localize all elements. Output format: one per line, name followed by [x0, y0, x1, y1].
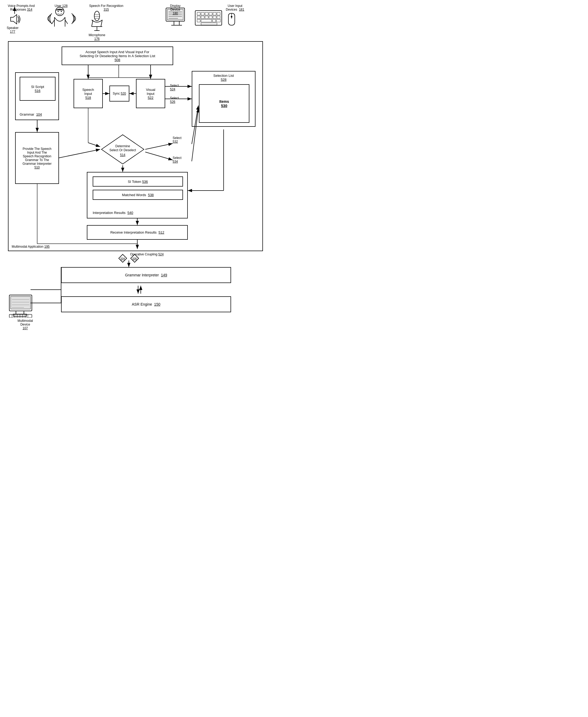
- svg-rect-42: [201, 19, 212, 22]
- svg-rect-41: [197, 19, 200, 22]
- user-input-devices-label: User InputDevices 181: [223, 4, 247, 12]
- svg-rect-39: [213, 16, 216, 19]
- provide-speech-box: Provide The SpeechInput And TheSpeech Re…: [15, 132, 59, 184]
- accept-speech-box: Accept Speech Input And Visual Input For…: [62, 46, 173, 65]
- svg-rect-43: [212, 19, 216, 22]
- display-device-label: DisplayDevice180: [165, 4, 186, 15]
- grammar-interpreter-text: Grammar Interpreter 149: [125, 273, 167, 277]
- sound-waves-right: [69, 11, 85, 26]
- matched-words-text: Matched Words 538: [122, 193, 154, 197]
- multimodal-device-icon: [8, 291, 40, 319]
- select-532-label: Select532: [173, 136, 182, 144]
- speech-recognition-label: Speech For Recognition315: [85, 4, 127, 12]
- items-text: Items530: [219, 99, 229, 108]
- mouse-icon: [227, 12, 236, 28]
- svg-rect-37: [205, 16, 208, 19]
- visual-input-text: VisualInput522: [146, 88, 155, 100]
- grammar-label: Grammar 104: [20, 112, 42, 117]
- svg-point-10: [94, 11, 100, 21]
- coupling-504: 504: [118, 254, 127, 264]
- svg-rect-31: [205, 13, 208, 15]
- svg-rect-28: [195, 11, 222, 25]
- user-label: User 128: [52, 4, 70, 8]
- svg-rect-29: [197, 13, 200, 15]
- interpretation-results-label: Interpretation Results 540: [93, 211, 133, 215]
- svg-point-47: [231, 16, 232, 18]
- svg-point-8: [58, 11, 59, 12]
- speech-input-box: SpeechInput518: [74, 79, 103, 108]
- receive-interpretation-text: Receive Interpretation Results 512: [110, 230, 164, 234]
- si-token-box: SI Token 536: [93, 177, 183, 187]
- sync-box: Sync 520: [109, 86, 129, 102]
- selection-list-label: Selection List528: [192, 74, 255, 82]
- selection-list-box: Selection List528 Items530: [192, 71, 255, 127]
- si-token-text: SI Token 536: [128, 180, 148, 184]
- provide-speech-text: Provide The SpeechInput And TheSpeech Re…: [23, 147, 51, 169]
- accept-speech-text: Accept Speech Input And Visual Input For…: [80, 50, 155, 62]
- receive-interpretation-box: Receive Interpretation Results 512: [87, 225, 188, 240]
- svg-rect-38: [209, 16, 212, 19]
- top-section: Speaker177 Voice Prompts AndResponses 31…: [0, 3, 294, 45]
- multimodal-device-label: MultimodalDevice107: [10, 319, 40, 330]
- svg-text:Select Or Deselect: Select Or Deselect: [109, 148, 136, 152]
- svg-line-66: [59, 149, 100, 158]
- svg-rect-36: [201, 16, 204, 19]
- svg-line-69: [145, 144, 173, 149]
- sync-text: Sync 520: [112, 92, 126, 96]
- select-524-label: Select524: [170, 84, 179, 91]
- svg-rect-35: [197, 16, 200, 19]
- svg-text:514: 514: [120, 153, 125, 157]
- svg-rect-90: [16, 311, 24, 314]
- keyboard-icon: [194, 9, 223, 29]
- svg-line-7: [65, 20, 68, 24]
- svg-point-9: [61, 11, 62, 12]
- si-script-inner-box: SI Script516: [20, 77, 56, 101]
- grammar-interpreter-box: Grammar Interpreter 149: [61, 267, 231, 283]
- svg-rect-34: [217, 13, 220, 15]
- asr-engine-text: ASR Engine 150: [132, 302, 160, 306]
- si-script-text: SI Script516: [31, 85, 44, 93]
- diagram-container: Speaker177 Voice Prompts AndResponses 31…: [0, 0, 294, 358]
- svg-text:Determine: Determine: [115, 144, 130, 148]
- items-box: Items530: [199, 84, 249, 123]
- interpretation-results-outer: SI Token 536 Matched Words 538 Interpret…: [87, 172, 188, 219]
- matched-words-box: Matched Words 538: [93, 190, 183, 200]
- svg-rect-32: [209, 13, 212, 15]
- microphone-icon: [90, 11, 104, 33]
- multimodal-app-label: Multimodal Application 195: [12, 245, 50, 248]
- svg-rect-89: [10, 296, 30, 309]
- select-534-label: Select534: [173, 156, 182, 163]
- sound-waves-left: [41, 11, 55, 26]
- svg-line-70: [145, 152, 173, 160]
- svg-rect-40: [217, 16, 220, 19]
- speech-input-text: SpeechInput518: [82, 88, 94, 100]
- svg-text:504: 504: [121, 257, 125, 260]
- coupling-506: 506: [130, 254, 140, 264]
- main-application-box: Multimodal Application 195 Accept Speech…: [8, 41, 263, 251]
- svg-rect-30: [201, 13, 204, 15]
- svg-rect-44: [216, 19, 220, 22]
- si-script-outer-box: SI Script516 Grammar 104: [15, 72, 59, 120]
- asr-engine-box: ASR Engine 150: [61, 296, 231, 312]
- svg-line-68: [88, 143, 100, 147]
- determine-diamond: Determine Select Or Deselect 514: [100, 134, 145, 165]
- bi-arrow: [133, 283, 149, 296]
- microphone-label: Microphone176: [88, 33, 106, 41]
- svg-rect-33: [213, 13, 216, 15]
- svg-rect-45: [201, 23, 217, 25]
- visual-input-box: VisualInput522: [136, 79, 165, 108]
- select-526-label: Select526: [170, 96, 179, 104]
- svg-text:506: 506: [132, 257, 137, 260]
